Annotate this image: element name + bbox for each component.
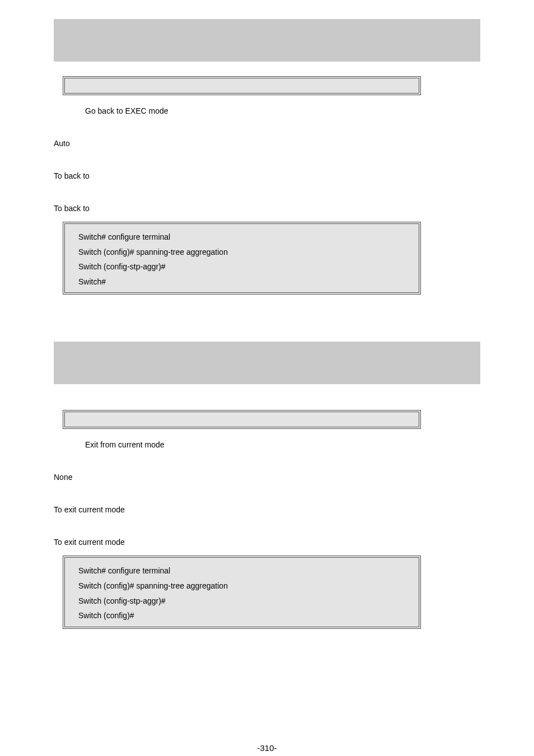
section-banner-2 bbox=[54, 342, 480, 384]
description-2: Exit from current mode bbox=[85, 440, 480, 449]
code-line: Switch (config-stp-aggr)# bbox=[78, 594, 405, 609]
code-line: Switch (config)# spanning-tree aggregati… bbox=[78, 578, 405, 594]
syntax-box-2 bbox=[63, 410, 421, 429]
paragraph-2-2: To exit current mode bbox=[54, 505, 480, 514]
code-block-1: Switch# configure terminal Switch (confi… bbox=[63, 222, 421, 295]
paragraph-1-3: To back to bbox=[54, 204, 480, 213]
code-line: Switch (config)# spanning-tree aggregati… bbox=[78, 245, 405, 260]
description-1: Go back to EXEC mode bbox=[85, 106, 480, 115]
code-line: Switch (config)# bbox=[78, 608, 405, 623]
code-line: Switch# bbox=[78, 274, 405, 290]
code-line: Switch# configure terminal bbox=[78, 563, 405, 578]
code-line: Switch# configure terminal bbox=[78, 230, 405, 245]
code-line: Switch (config-stp-aggr)# bbox=[78, 259, 405, 274]
page-container: Go back to EXEC mode Auto To back to To … bbox=[0, 19, 534, 756]
paragraph-1-1: Auto bbox=[54, 139, 480, 148]
paragraph-1-2: To back to bbox=[54, 171, 480, 180]
paragraph-2-3: To exit current mode bbox=[54, 538, 480, 547]
code-block-2: Switch# configure terminal Switch (confi… bbox=[63, 556, 421, 628]
page-number: -310- bbox=[0, 743, 534, 753]
section-banner-1 bbox=[54, 19, 480, 62]
paragraph-2-1: None bbox=[54, 473, 480, 482]
syntax-box-1 bbox=[63, 76, 421, 95]
